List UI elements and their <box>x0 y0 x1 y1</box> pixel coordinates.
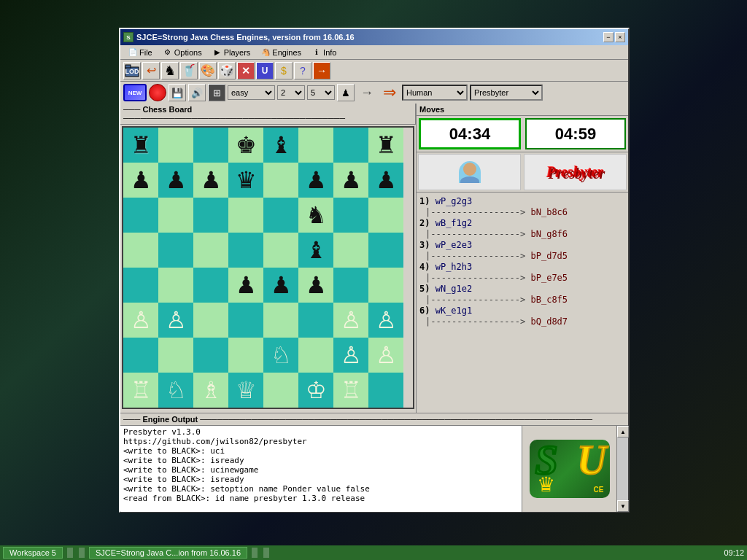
cell-b6[interactable] <box>158 198 193 233</box>
minimize-button[interactable]: − <box>603 32 614 42</box>
cell-b3[interactable]: ♙ <box>158 303 193 338</box>
arrow-fast-btn[interactable]: ⇒ <box>379 84 400 101</box>
cell-e4[interactable]: ♟ <box>263 268 298 303</box>
cell-d6[interactable] <box>228 198 263 233</box>
cell-e7[interactable] <box>263 163 298 198</box>
cell-d5[interactable] <box>228 233 263 268</box>
cell-f3[interactable] <box>298 303 333 338</box>
cell-e5[interactable] <box>263 233 298 268</box>
cell-h3[interactable]: ♙ <box>368 303 403 338</box>
cell-f2[interactable] <box>298 338 333 373</box>
cell-f7[interactable]: ♟ <box>298 163 333 198</box>
cell-c3[interactable] <box>193 303 228 338</box>
cell-a4[interactable] <box>123 268 158 303</box>
cell-d3[interactable] <box>228 303 263 338</box>
cell-c4[interactable] <box>193 268 228 303</box>
cell-h2[interactable]: ♙ <box>368 338 403 373</box>
cell-e1[interactable] <box>263 373 298 408</box>
scroll-down-btn[interactable]: ▼ <box>617 500 629 512</box>
menu-file[interactable]: 📄 File <box>123 46 157 59</box>
cell-g1[interactable]: ♖ <box>333 373 368 408</box>
undo-btn[interactable]: ↩ <box>142 62 160 79</box>
cell-a3[interactable]: ♙ <box>123 303 158 338</box>
cell-e6[interactable] <box>263 198 298 233</box>
cell-c1[interactable]: ♗ <box>193 373 228 408</box>
cell-c5[interactable] <box>193 233 228 268</box>
cell-d2[interactable] <box>228 338 263 373</box>
taskbar-workspace[interactable]: Workspace 5 <box>3 547 63 559</box>
cell-c6[interactable] <box>193 198 228 233</box>
cell-b4[interactable] <box>158 268 193 303</box>
taskbar-app[interactable]: SJCE=Strong Java C...ion from 16.06.16 <box>89 547 247 559</box>
cell-g6[interactable] <box>333 198 368 233</box>
cell-b2[interactable] <box>158 338 193 373</box>
cell-a6[interactable] <box>123 198 158 233</box>
save-icon-btn[interactable]: 💾 <box>169 84 186 101</box>
cell-e2[interactable]: ♘ <box>263 338 298 373</box>
arrow-right-btn[interactable]: → <box>357 84 377 101</box>
knight-btn[interactable]: ♞ <box>161 62 179 79</box>
white-player-select[interactable]: Human Computer <box>402 85 468 101</box>
cell-f5[interactable]: ♝ <box>298 233 333 268</box>
cell-h4[interactable] <box>368 268 403 303</box>
cell-f1[interactable]: ♔ <box>298 373 333 408</box>
cell-c8[interactable] <box>193 128 228 163</box>
board2-icon-btn[interactable]: ♟ <box>337 84 355 101</box>
cell-d1[interactable]: ♕ <box>228 373 263 408</box>
cell-g7[interactable]: ♟ <box>333 163 368 198</box>
cell-g8[interactable] <box>333 128 368 163</box>
cell-c7[interactable]: ♟ <box>193 163 228 198</box>
moves-list[interactable]: 1) wP_g2g3 |-----------------> bN_b8c6 2… <box>417 192 628 413</box>
cell-a1[interactable]: ♖ <box>123 373 158 408</box>
dice-btn[interactable]: 🎲 <box>218 62 236 79</box>
cell-g5[interactable] <box>333 233 368 268</box>
color-btn[interactable]: 🎨 <box>199 62 217 79</box>
cell-b1[interactable]: ♘ <box>158 373 193 408</box>
cell-g4[interactable] <box>333 268 368 303</box>
close2-btn[interactable]: ✕ <box>237 62 255 79</box>
menu-engines[interactable]: 🐴 Engines <box>256 46 306 59</box>
menu-info[interactable]: ℹ Info <box>307 46 341 59</box>
close-button[interactable]: × <box>615 32 625 42</box>
cell-h8[interactable]: ♜ <box>368 128 403 163</box>
money-btn[interactable]: $ <box>275 62 293 79</box>
cell-h6[interactable] <box>368 198 403 233</box>
cell-a8[interactable]: ♜ <box>123 128 158 163</box>
cell-e3[interactable] <box>263 303 298 338</box>
u-btn[interactable]: U <box>256 62 274 79</box>
new-button[interactable]: NEW <box>123 84 147 101</box>
menu-options[interactable]: ⚙ Options <box>158 46 206 59</box>
cell-e8[interactable]: ♝ <box>263 128 298 163</box>
level2-select[interactable]: 5 10 15 <box>307 85 335 100</box>
scroll-track[interactable] <box>617 438 628 500</box>
board-icon-btn[interactable]: ⊞ <box>208 84 225 101</box>
cell-g2[interactable]: ♙ <box>333 338 368 373</box>
menu-players[interactable]: ▶ Players <box>208 46 255 59</box>
cell-h5[interactable] <box>368 233 403 268</box>
black-player-select[interactable]: Presbyter Human Computer <box>470 85 543 101</box>
chess-board[interactable]: ♜ ♚ ♝ ♜ ♟ ♟ ♟ ♛ ♟ <box>122 126 414 409</box>
cell-b8[interactable] <box>158 128 193 163</box>
cell-h1[interactable] <box>368 373 403 408</box>
load-btn[interactable]: LOD <box>123 62 141 79</box>
cell-c2[interactable] <box>193 338 228 373</box>
cell-b7[interactable]: ♟ <box>158 163 193 198</box>
cell-h7[interactable]: ♟ <box>368 163 403 198</box>
scroll-up-btn[interactable]: ▲ <box>617 426 629 438</box>
cell-d8[interactable]: ♚ <box>228 128 263 163</box>
next-btn[interactable]: → <box>313 62 330 79</box>
cell-a7[interactable]: ♟ <box>123 163 158 198</box>
cell-f8[interactable] <box>298 128 333 163</box>
cup-btn[interactable]: 🥤 <box>180 62 198 79</box>
cell-f6[interactable]: ♞ <box>298 198 333 233</box>
cell-f4[interactable]: ♟ <box>298 268 333 303</box>
sound-icon-btn[interactable]: 🔊 <box>188 84 206 101</box>
stop-button[interactable] <box>149 84 166 101</box>
cell-d4[interactable]: ♟ <box>228 268 263 303</box>
cell-d7[interactable]: ♛ <box>228 163 263 198</box>
difficulty-select[interactable]: easy medium hard <box>228 85 275 100</box>
level1-select[interactable]: 2 3 4 <box>277 85 305 100</box>
engine-text[interactable]: Presbyter v1.3.0 https://github.com/jwil… <box>120 426 522 512</box>
cell-b5[interactable] <box>158 233 193 268</box>
help-btn[interactable]: ? <box>294 62 311 79</box>
